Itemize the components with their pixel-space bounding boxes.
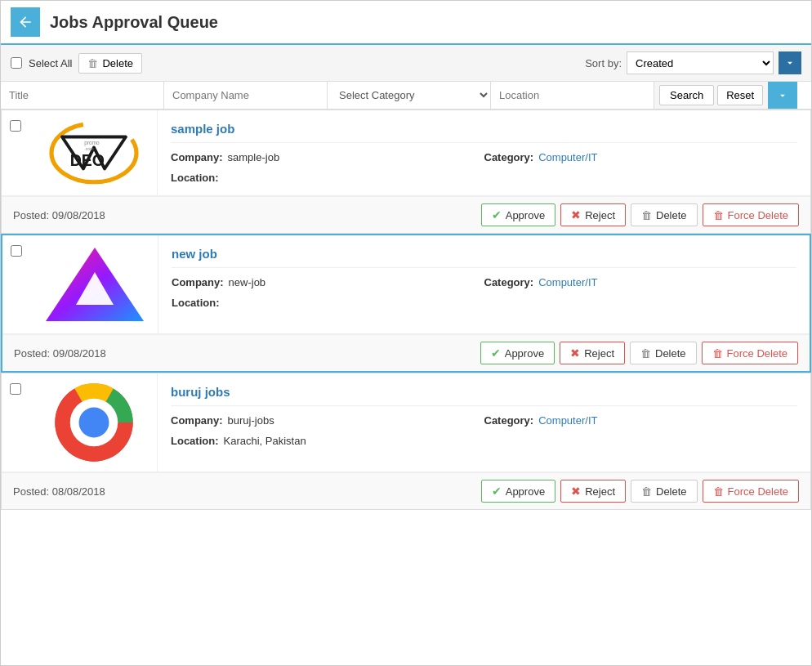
category-label: Category: [484,276,534,288]
sort-arrow-icon [784,57,796,69]
delete-button[interactable]: 🗑 Delete [630,342,697,364]
reject-label: Reject [585,209,615,221]
trash-icon: 🗑 [641,209,652,221]
job-logo [32,235,158,333]
job-details: sample job Company: sample-job Location: [158,110,810,195]
job-checkbox-area [2,110,31,195]
approve-label: Approve [505,347,544,360]
delete-label: Delete [656,485,687,498]
reject-label: Reject [584,347,614,360]
select-all-label: Select All [29,57,72,69]
check-icon: ✔ [491,346,501,360]
filter-toggle-button[interactable] [768,82,797,109]
trash-icon: 🗑 [87,57,98,69]
force-delete-label: Force Delete [728,209,788,221]
category-label: Category: [484,414,534,427]
svg-text:.com: .com [84,146,93,151]
company-label: Company: [171,151,223,163]
company-logo-svg [42,244,148,325]
job-title-link[interactable]: buruj jobs [171,385,797,406]
reject-button[interactable]: ✖ Reject [560,480,626,503]
trash-icon: 🗑 [640,347,651,360]
company-logo-svg [41,382,147,463]
job-actions: ✔ Approve ✖ Reject 🗑 Delete 🗑 Force Dele… [481,203,799,226]
bulk-delete-label: Delete [102,57,133,69]
job-checkbox-area [2,373,31,472]
sort-direction-button[interactable] [779,51,801,74]
job-footer: Posted: 09/08/2018 ✔ Approve ✖ Reject 🗑 … [2,196,810,233]
reject-label: Reject [585,485,615,498]
posted-date: Posted: 08/08/2018 [13,485,105,498]
x-icon: ✖ [571,485,581,498]
job-select-checkbox[interactable] [10,383,21,395]
reject-button[interactable]: ✖ Reject [560,203,626,226]
category-link[interactable]: Computer/IT [538,414,597,427]
approve-button[interactable]: ✔ Approve [481,480,555,503]
job-logo: DEO promo .com [31,110,158,195]
company-filter-input[interactable] [164,82,328,109]
back-icon [17,14,33,30]
delete-label: Delete [655,347,686,360]
category-filter-select[interactable]: Select Category [328,82,491,109]
title-filter-input[interactable] [1,82,164,109]
category-link[interactable]: Computer/IT [538,151,597,163]
force-delete-button[interactable]: 🗑 Force Delete [702,342,798,364]
jobs-list: DEO promo .com sample job Company: sampl… [1,110,811,510]
job-footer: Posted: 08/08/2018 ✔ Approve ✖ Reject 🗑 … [2,472,810,509]
approve-button[interactable]: ✔ Approve [481,203,555,226]
select-all-checkbox[interactable] [11,57,22,69]
page-title: Jobs Approval Queue [50,13,218,32]
location-value: Karachi, Pakistan [224,435,306,447]
approve-label: Approve [506,485,545,498]
approve-button[interactable]: ✔ Approve [480,342,555,364]
sort-select[interactable]: Created Title Company [627,51,774,74]
back-button[interactable] [11,7,40,37]
company-value: buruj-jobs [228,414,274,427]
job-actions: ✔ Approve ✖ Reject 🗑 Delete 🗑 Force Dele… [481,480,799,503]
force-delete-button[interactable]: 🗑 Force Delete [703,203,799,226]
job-title-link[interactable]: new job [172,247,796,268]
check-icon: ✔ [492,485,502,498]
force-delete-label: Force Delete [727,347,787,360]
search-button[interactable]: Search [659,85,714,105]
trash-red-icon: 🗑 [712,347,723,360]
x-icon: ✖ [571,208,581,221]
location-label: Location: [172,297,220,309]
job-select-checkbox[interactable] [10,120,21,132]
company-label: Company: [172,276,224,288]
company-logo-svg: DEO promo .com [41,120,147,185]
force-delete-button[interactable]: 🗑 Force Delete [703,480,799,503]
category-link[interactable]: Computer/IT [538,276,597,288]
company-value: sample-job [228,151,280,163]
location-label: Location: [171,435,219,447]
job-card: DEO promo .com sample job Company: sampl… [1,110,811,234]
job-title-link[interactable]: sample job [171,122,797,143]
reset-button[interactable]: Reset [717,85,763,105]
job-checkbox-area [2,235,32,333]
svg-point-9 [79,408,109,438]
job-select-checkbox[interactable] [11,245,22,257]
delete-button[interactable]: 🗑 Delete [631,480,698,503]
location-filter-input[interactable] [491,82,654,109]
job-details: buruj jobs Company: buruj-jobs Location:… [158,373,810,472]
posted-date: Posted: 09/08/2018 [14,347,106,360]
delete-button[interactable]: 🗑 Delete [631,203,698,226]
sort-by-label: Sort by: [585,57,622,69]
trash-red-icon: 🗑 [713,485,724,498]
company-label: Company: [171,414,223,427]
filter-toggle-icon [777,90,788,101]
bulk-delete-button[interactable]: 🗑 Delete [78,53,142,74]
force-delete-label: Force Delete [728,485,788,498]
x-icon: ✖ [570,346,580,360]
job-footer: Posted: 09/08/2018 ✔ Approve ✖ Reject 🗑 … [2,334,810,371]
trash-red-icon: 🗑 [713,209,724,221]
job-card: buruj jobs Company: buruj-jobs Location:… [1,373,811,510]
reject-button[interactable]: ✖ Reject [560,342,625,364]
company-value: new-job [229,276,266,288]
job-details: new job Company: new-job Location: [158,235,810,333]
location-label: Location: [171,172,219,184]
category-label: Category: [484,151,534,163]
job-actions: ✔ Approve ✖ Reject 🗑 Delete 🗑 Force Dele… [480,342,798,364]
job-logo [31,373,158,472]
trash-icon: 🗑 [641,485,652,498]
